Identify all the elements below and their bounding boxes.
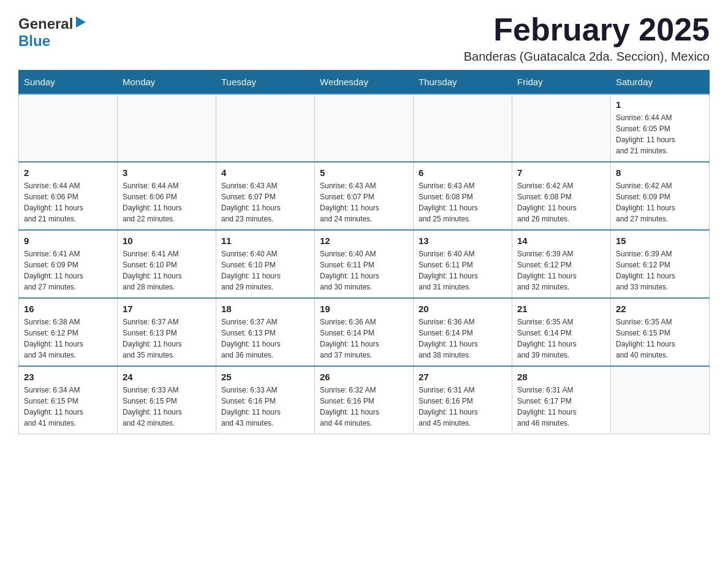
calendar-cell: 11Sunrise: 6:40 AM Sunset: 6:10 PM Dayli… (216, 230, 315, 298)
day-info: Sunrise: 6:35 AM Sunset: 6:15 PM Dayligh… (616, 316, 704, 361)
day-number: 21 (517, 304, 605, 314)
calendar-week-2: 2Sunrise: 6:44 AM Sunset: 6:06 PM Daylig… (19, 162, 710, 230)
day-number: 3 (123, 167, 211, 178)
calendar-cell: 8Sunrise: 6:42 AM Sunset: 6:09 PM Daylig… (611, 162, 710, 230)
logo-general-text: General (18, 15, 73, 33)
calendar-cell: 26Sunrise: 6:32 AM Sunset: 6:16 PM Dayli… (315, 366, 414, 434)
calendar-cell: 6Sunrise: 6:43 AM Sunset: 6:08 PM Daylig… (414, 162, 512, 230)
calendar-cell: 2Sunrise: 6:44 AM Sunset: 6:06 PM Daylig… (19, 162, 118, 230)
day-number: 10 (123, 236, 211, 246)
day-number: 17 (123, 304, 211, 314)
calendar-week-3: 9Sunrise: 6:41 AM Sunset: 6:09 PM Daylig… (19, 230, 710, 298)
calendar-cell (611, 366, 710, 434)
col-header-thursday: Thursday (414, 71, 512, 94)
calendar-cell: 16Sunrise: 6:38 AM Sunset: 6:12 PM Dayli… (19, 298, 118, 366)
calendar-header-row: SundayMondayTuesdayWednesdayThursdayFrid… (19, 71, 710, 94)
header: General Blue February 2025 Banderas (Gua… (18, 12, 710, 64)
day-info: Sunrise: 6:43 AM Sunset: 6:08 PM Dayligh… (419, 180, 507, 224)
day-info: Sunrise: 6:36 AM Sunset: 6:14 PM Dayligh… (419, 316, 507, 361)
day-number: 5 (320, 167, 408, 178)
calendar-cell: 17Sunrise: 6:37 AM Sunset: 6:13 PM Dayli… (118, 298, 216, 366)
calendar-cell: 10Sunrise: 6:41 AM Sunset: 6:10 PM Dayli… (118, 230, 216, 298)
day-info: Sunrise: 6:41 AM Sunset: 6:10 PM Dayligh… (123, 248, 211, 293)
day-info: Sunrise: 6:38 AM Sunset: 6:12 PM Dayligh… (24, 316, 112, 361)
col-header-tuesday: Tuesday (216, 71, 315, 94)
calendar-cell: 27Sunrise: 6:31 AM Sunset: 6:16 PM Dayli… (414, 366, 512, 434)
day-number: 28 (517, 372, 605, 382)
day-info: Sunrise: 6:44 AM Sunset: 6:05 PM Dayligh… (616, 112, 704, 156)
day-number: 18 (221, 304, 309, 314)
title-area: February 2025 Banderas (Guatacalca 2da. … (464, 12, 710, 64)
day-number: 26 (320, 372, 408, 382)
calendar-cell: 12Sunrise: 6:40 AM Sunset: 6:11 PM Dayli… (315, 230, 414, 298)
day-number: 12 (320, 236, 408, 246)
day-number: 20 (419, 304, 507, 314)
day-number: 6 (419, 167, 507, 178)
calendar-cell (216, 94, 315, 162)
day-info: Sunrise: 6:34 AM Sunset: 6:15 PM Dayligh… (24, 385, 112, 429)
day-info: Sunrise: 6:40 AM Sunset: 6:11 PM Dayligh… (320, 248, 408, 293)
calendar-cell (118, 94, 216, 162)
day-number: 24 (123, 372, 211, 382)
calendar-cell: 7Sunrise: 6:42 AM Sunset: 6:08 PM Daylig… (512, 162, 611, 230)
day-info: Sunrise: 6:42 AM Sunset: 6:08 PM Dayligh… (517, 180, 605, 224)
col-header-wednesday: Wednesday (315, 71, 414, 94)
day-number: 8 (616, 167, 704, 178)
day-number: 25 (221, 372, 309, 382)
svg-marker-0 (76, 17, 86, 28)
col-header-monday: Monday (118, 71, 216, 94)
day-info: Sunrise: 6:41 AM Sunset: 6:09 PM Dayligh… (24, 248, 112, 293)
day-number: 19 (320, 304, 408, 314)
day-number: 7 (517, 167, 605, 178)
day-number: 22 (616, 304, 704, 314)
logo-blue-text: Blue (18, 33, 50, 49)
logo: General Blue (18, 12, 86, 50)
calendar-week-1: 1Sunrise: 6:44 AM Sunset: 6:05 PM Daylig… (19, 94, 710, 162)
day-info: Sunrise: 6:39 AM Sunset: 6:12 PM Dayligh… (616, 248, 704, 293)
calendar-cell (512, 94, 611, 162)
day-info: Sunrise: 6:44 AM Sunset: 6:06 PM Dayligh… (24, 180, 112, 224)
day-number: 13 (419, 236, 507, 246)
calendar-cell: 24Sunrise: 6:33 AM Sunset: 6:15 PM Dayli… (118, 366, 216, 434)
day-number: 27 (419, 372, 507, 382)
col-header-sunday: Sunday (19, 71, 118, 94)
day-number: 15 (616, 236, 704, 246)
calendar-cell: 21Sunrise: 6:35 AM Sunset: 6:14 PM Dayli… (512, 298, 611, 366)
calendar-cell: 19Sunrise: 6:36 AM Sunset: 6:14 PM Dayli… (315, 298, 414, 366)
day-number: 9 (24, 236, 112, 246)
calendar-cell: 5Sunrise: 6:43 AM Sunset: 6:07 PM Daylig… (315, 162, 414, 230)
day-info: Sunrise: 6:31 AM Sunset: 6:16 PM Dayligh… (419, 385, 507, 429)
day-number: 16 (24, 304, 112, 314)
calendar-cell (414, 94, 512, 162)
calendar-cell: 20Sunrise: 6:36 AM Sunset: 6:14 PM Dayli… (414, 298, 512, 366)
calendar-week-5: 23Sunrise: 6:34 AM Sunset: 6:15 PM Dayli… (19, 366, 710, 434)
month-title: February 2025 (464, 12, 710, 47)
calendar-cell: 18Sunrise: 6:37 AM Sunset: 6:13 PM Dayli… (216, 298, 315, 366)
calendar-cell (315, 94, 414, 162)
day-info: Sunrise: 6:37 AM Sunset: 6:13 PM Dayligh… (221, 316, 309, 361)
day-info: Sunrise: 6:31 AM Sunset: 6:17 PM Dayligh… (517, 385, 605, 429)
day-info: Sunrise: 6:37 AM Sunset: 6:13 PM Dayligh… (123, 316, 211, 361)
day-number: 4 (221, 167, 309, 178)
calendar-cell: 1Sunrise: 6:44 AM Sunset: 6:05 PM Daylig… (611, 94, 710, 162)
calendar-cell: 13Sunrise: 6:40 AM Sunset: 6:11 PM Dayli… (414, 230, 512, 298)
day-number: 23 (24, 372, 112, 382)
day-info: Sunrise: 6:43 AM Sunset: 6:07 PM Dayligh… (221, 180, 309, 224)
day-number: 1 (616, 99, 704, 110)
calendar-cell: 3Sunrise: 6:44 AM Sunset: 6:06 PM Daylig… (118, 162, 216, 230)
day-info: Sunrise: 6:42 AM Sunset: 6:09 PM Dayligh… (616, 180, 704, 224)
calendar-cell: 9Sunrise: 6:41 AM Sunset: 6:09 PM Daylig… (19, 230, 118, 298)
calendar-cell: 25Sunrise: 6:33 AM Sunset: 6:16 PM Dayli… (216, 366, 315, 434)
calendar-week-4: 16Sunrise: 6:38 AM Sunset: 6:12 PM Dayli… (19, 298, 710, 366)
day-info: Sunrise: 6:43 AM Sunset: 6:07 PM Dayligh… (320, 180, 408, 224)
day-number: 14 (517, 236, 605, 246)
day-info: Sunrise: 6:35 AM Sunset: 6:14 PM Dayligh… (517, 316, 605, 361)
day-info: Sunrise: 6:39 AM Sunset: 6:12 PM Dayligh… (517, 248, 605, 293)
calendar: SundayMondayTuesdayWednesdayThursdayFrid… (18, 70, 710, 434)
logo-arrow-icon (75, 17, 86, 30)
calendar-cell: 22Sunrise: 6:35 AM Sunset: 6:15 PM Dayli… (611, 298, 710, 366)
location-title: Banderas (Guatacalca 2da. Seccion), Mexi… (464, 50, 710, 64)
day-number: 2 (24, 167, 112, 178)
col-header-saturday: Saturday (611, 71, 710, 94)
calendar-cell: 23Sunrise: 6:34 AM Sunset: 6:15 PM Dayli… (19, 366, 118, 434)
